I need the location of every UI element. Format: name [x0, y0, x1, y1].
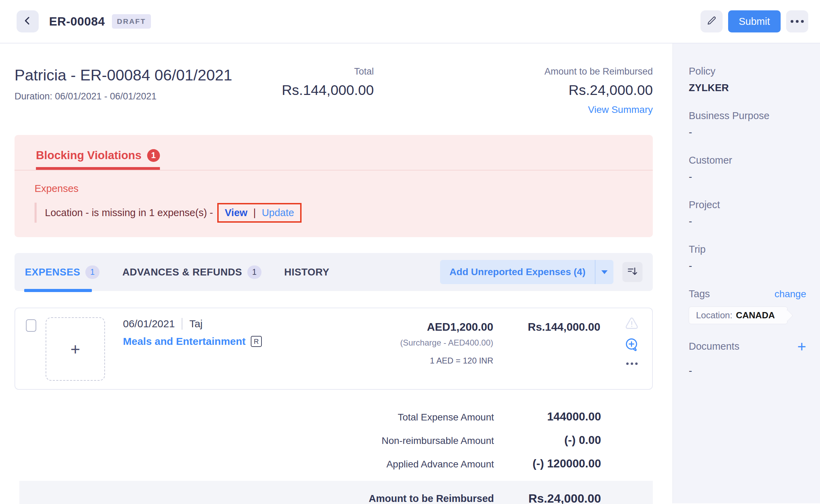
policy-value: ZYLKER — [689, 82, 806, 94]
tab-advances-refunds[interactable]: ADVANCES & REFUNDS 1 — [122, 265, 261, 279]
total-expense-value: 144000.00 — [494, 410, 601, 423]
sort-descending-icon — [626, 265, 639, 279]
band-reimburse-label: Amount to be Reimbursed — [369, 493, 494, 504]
documents-value: - — [689, 365, 806, 377]
customer-value: - — [689, 171, 806, 183]
reimbursable-badge: R — [251, 336, 262, 347]
business-purpose-label: Business Purpose — [689, 110, 806, 122]
tab-expenses-count: 1 — [85, 265, 99, 279]
sidebar-item-trip: Trip - — [689, 244, 806, 272]
link-separator: | — [253, 207, 256, 219]
violations-title: Blocking Violations — [36, 149, 142, 162]
active-tab-underline — [24, 289, 92, 292]
plus-icon: + — [70, 340, 80, 359]
tags-label: Tags — [689, 288, 710, 300]
total-value: Rs.144,000.00 — [282, 82, 374, 98]
sort-button[interactable] — [622, 262, 642, 282]
band-reimburse-value: Rs.24,000.00 — [494, 492, 601, 504]
total-stat: Total Rs.144,000.00 — [282, 66, 374, 115]
non-reimbursable-row: Non-reimbursable Amount (-) 0.00 — [15, 428, 653, 452]
total-expense-label: Total Expense Amount — [398, 412, 494, 423]
add-unreported-expenses-button[interactable]: Add Unreported Expenses (4) — [440, 260, 613, 284]
violations-section-label: Expenses — [35, 183, 653, 194]
row-more-button[interactable] — [626, 362, 638, 365]
comment-plus-icon[interactable] — [624, 337, 639, 353]
reimburse-stat: Amount to be Reimbursed Rs.24,000.00 Vie… — [544, 66, 653, 115]
sidebar-item-documents: Documents + - — [689, 341, 806, 377]
tag-value: CANADA — [736, 310, 775, 321]
violations-count-badge: 1 — [147, 149, 160, 162]
view-link[interactable]: View — [225, 207, 248, 219]
expense-merchant: Taj — [189, 318, 202, 330]
expense-local-amount: Rs.144,000.00 — [528, 321, 600, 333]
tags-change-link[interactable]: change — [774, 289, 806, 300]
report-duration: Duration: 06/01/2021 - 06/01/2021 — [15, 91, 232, 102]
non-reimbursable-value: (-) 0.00 — [494, 434, 601, 447]
update-link[interactable]: Update — [262, 207, 294, 219]
page-title: Patricia - ER-00084 06/01/2021 — [15, 66, 232, 84]
sidebar-item-policy: Policy ZYLKER — [689, 66, 806, 94]
total-expense-row: Total Expense Amount 144000.00 — [15, 405, 653, 428]
add-unreported-dropdown[interactable] — [595, 270, 613, 274]
reimburse-value: Rs.24,000.00 — [544, 82, 653, 98]
tabs-bar: EXPENSES 1 ADVANCES & REFUNDS 1 HISTORY … — [15, 253, 653, 291]
total-label: Total — [282, 66, 374, 77]
violations-header-row: Blocking Violations 1 — [15, 149, 653, 171]
ellipsis-icon — [791, 20, 804, 23]
project-label: Project — [689, 199, 806, 211]
alert-triangle-icon — [624, 316, 640, 332]
violations-tab[interactable]: Blocking Violations 1 — [36, 149, 160, 170]
edit-button[interactable] — [700, 10, 723, 32]
tab-advances-label: ADVANCES & REFUNDS — [122, 266, 242, 278]
tab-advances-count: 1 — [247, 265, 261, 279]
location-tag: Location: CANADA — [689, 307, 788, 324]
policy-label: Policy — [689, 66, 806, 77]
tab-expenses-label: EXPENSES — [25, 266, 80, 278]
caret-down-icon — [601, 270, 608, 274]
trip-label: Trip — [689, 244, 806, 255]
expense-checkbox[interactable] — [26, 319, 36, 332]
report-stats: Total Rs.144,000.00 Amount to be Reimbur… — [282, 66, 653, 115]
expense-date: 06/01/2021 — [123, 318, 175, 330]
view-summary-link[interactable]: View Summary — [588, 104, 653, 115]
business-purpose-value: - — [689, 127, 806, 138]
report-info: Patricia - ER-00084 06/01/2021 Duration:… — [15, 66, 232, 115]
violations-body: Expenses Location - is missing in 1 expe… — [15, 171, 653, 223]
main-content: Patricia - ER-00084 06/01/2021 Duration:… — [0, 43, 673, 503]
add-receipt-dropzone[interactable]: + — [46, 317, 105, 381]
expense-exchange-rate: 1 AED = 120 INR — [400, 356, 493, 366]
pencil-icon — [706, 15, 717, 28]
reimburse-label: Amount to be Reimbursed — [544, 66, 653, 77]
expense-category-link[interactable]: Meals and Entertainment — [123, 336, 246, 347]
amount-to-be-reimbursed-band: Amount to be Reimbursed Rs.24,000.00 — [19, 481, 653, 504]
add-unreported-label: Add Unreported Expenses (4) — [440, 266, 595, 278]
back-button[interactable] — [17, 10, 39, 32]
blocking-violations-banner: Blocking Violations 1 Expenses Location … — [15, 135, 653, 237]
project-value: - — [689, 216, 806, 227]
report-totals: Total Expense Amount 144000.00 Non-reimb… — [15, 405, 653, 504]
add-document-button[interactable]: + — [797, 341, 806, 352]
tab-history[interactable]: HISTORY — [284, 266, 330, 278]
expense-row: + 06/01/2021 Taj Meals and Entertainment… — [15, 308, 653, 390]
submit-button[interactable]: Submit — [728, 10, 781, 32]
violation-item: Location - is missing in 1 expense(s) - … — [35, 203, 653, 223]
top-bar: ER-00084 DRAFT Submit — [0, 0, 820, 43]
divider — [182, 318, 182, 330]
annotation-highlight-box: View | Update — [217, 203, 302, 223]
customer-label: Customer — [689, 155, 806, 166]
more-button[interactable] — [786, 10, 808, 32]
expense-foreign-amount-block: AED1,200.00 (Surcharge - AED400.00) 1 AE… — [400, 321, 493, 366]
sidebar-item-project: Project - — [689, 199, 806, 227]
expense-details: 06/01/2021 Taj Meals and Entertainment R — [123, 318, 262, 347]
tag-key: Location: — [696, 310, 733, 321]
tab-history-label: HISTORY — [284, 266, 330, 278]
trip-value: - — [689, 260, 806, 272]
applied-advance-row: Applied Advance Amount (-) 120000.00 — [15, 452, 653, 475]
sidebar-item-business-purpose: Business Purpose - — [689, 110, 806, 138]
top-bar-actions: Submit — [700, 10, 808, 32]
expense-row-actions — [623, 316, 640, 365]
violation-message: Location - is missing in 1 expense(s) - — [45, 207, 213, 219]
applied-advance-value: (-) 120000.00 — [494, 457, 601, 470]
report-id: ER-00084 — [49, 14, 105, 28]
tab-expenses[interactable]: EXPENSES 1 — [25, 265, 99, 279]
